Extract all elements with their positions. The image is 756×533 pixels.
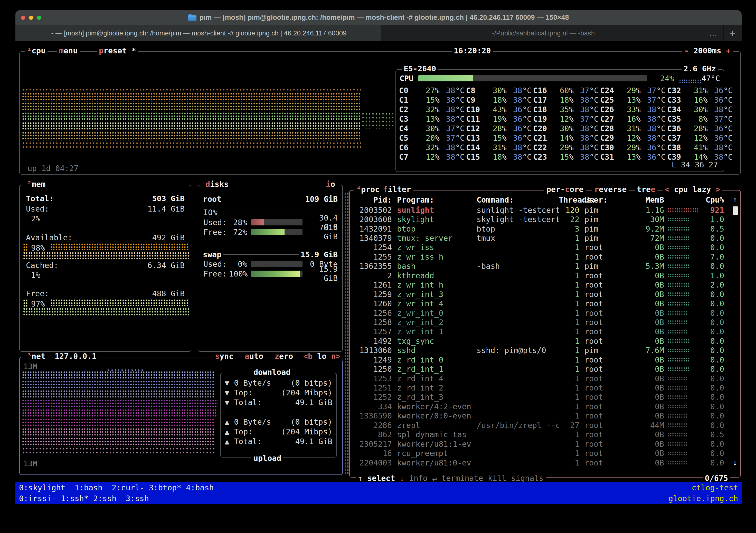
zoom-button[interactable] (37, 16, 41, 20)
net-interface[interactable]: 127.0.0.1 (53, 352, 98, 361)
disks-box-title[interactable]: disks (203, 180, 230, 189)
tree-button[interactable]: tree (635, 185, 658, 194)
core-temp: 37 (641, 86, 656, 95)
col-command[interactable]: Command: (476, 195, 559, 204)
sort-selector[interactable]: < cpu lazy > (662, 185, 722, 194)
core-cell: C2912%38°C (600, 134, 665, 143)
process-row[interactable]: 1253z_rd_int_41root0B0.0 (353, 374, 730, 383)
io-panel-border (345, 193, 346, 474)
sort-prev-icon[interactable]: < (664, 185, 669, 194)
col-mem[interactable]: MemB (633, 195, 664, 204)
process-row[interactable]: 1340379tmux: servertmux1pim72M0.0 (353, 233, 730, 243)
process-pid: 862 (353, 430, 392, 439)
new-tab-button[interactable]: + (723, 25, 742, 41)
select-button[interactable]: select (367, 474, 395, 483)
process-pid: 2003608 (353, 215, 392, 224)
scroll-down-icon[interactable]: ↓ (733, 458, 737, 467)
process-row[interactable]: 2003502sunlightsunlight -testcert120pim1… (353, 205, 730, 215)
proc-column-headers: Pid: Program: Command: Threads: User: Me… (353, 195, 730, 204)
process-name: kworker/4:2-even (397, 402, 476, 411)
process-row[interactable]: 862spl_dynamic_tas1root0B0.5 (353, 430, 730, 439)
tab-overflow-icon[interactable]: ... (704, 29, 723, 38)
process-row[interactable]: 16rcu_preempt1root0B0.0 (353, 448, 730, 458)
menu-button[interactable]: menu (57, 46, 80, 55)
tmux-windows[interactable]: 0:skylight 1:bash 2:curl- 3:btop* 4:bash (19, 483, 214, 492)
per-core-button[interactable]: per-core (544, 185, 586, 194)
process-row[interactable]: 1362355bash-bash1pim5.3M0.0 (353, 262, 730, 271)
kill-button[interactable]: kill (488, 474, 506, 483)
process-mem: 0B (633, 383, 664, 392)
info-button[interactable]: info ↵ (409, 474, 437, 483)
col-program[interactable]: Program: (397, 195, 476, 204)
process-row[interactable]: 1250z_rd_int_11root0B0.0 (353, 364, 730, 374)
process-row[interactable]: 2286zrepl/usr/bin/zrepl --co27root44M0.0 (353, 420, 730, 430)
net-auto-button[interactable]: auto (243, 352, 265, 361)
process-row[interactable]: 1432091btopbtop3pim9.2M0.5 (353, 224, 730, 233)
io-toggle[interactable]: io (324, 180, 337, 189)
tmux-inner-windows[interactable]: 0:irssi- 1:ssh* 2:ssh 3:ssh (19, 494, 149, 503)
process-threads: 1 (559, 392, 579, 402)
process-row[interactable]: 1252z_rd_int_31root0B0.0 (353, 392, 730, 402)
process-row[interactable]: 1251z_rd_int_21root0B0.0 (353, 383, 730, 392)
core-temp: 37 (708, 115, 723, 123)
process-cpu: 0.0 (701, 243, 724, 252)
close-button[interactable] (21, 16, 25, 20)
process-row[interactable]: 1313060sshdsshd: pim@pts/01pim7.6M0.0 (353, 346, 730, 355)
col-cpu[interactable]: Cpu% (701, 195, 724, 204)
process-row[interactable]: 1256z_wr_int_01root0B0.0 (353, 308, 730, 318)
col-user[interactable]: User: (584, 195, 633, 204)
net-zero-button[interactable]: zero (272, 352, 295, 361)
process-user: root (584, 280, 633, 289)
scroll-up-icon[interactable]: ↑ (733, 195, 737, 204)
process-row[interactable]: 2kthreadd1root0B1.0 (353, 271, 730, 280)
process-row[interactable]: 2204003kworker/u81:0-ev1root0B0.0 (353, 458, 730, 467)
tab-mosh-session[interactable]: ~ — [mosh] pim@glootie.ipng.ch: /home/pi… (15, 25, 381, 41)
process-row[interactable]: 334kworker/4:2-even1root0B0.0 (353, 402, 730, 411)
net-sync-button[interactable]: sync (213, 352, 235, 361)
core-cell: C3029%36°C (600, 143, 665, 152)
net-box-title[interactable]: ³net (25, 352, 47, 361)
mem-box-title[interactable]: ²mem (25, 180, 47, 189)
process-row[interactable]: 1336590kworker/0:0-even1root0B0.0 (353, 411, 730, 420)
proc-box-title[interactable]: ⁴proc (354, 185, 382, 194)
scrollbar-thumb[interactable] (733, 206, 738, 215)
interval-plus-button[interactable]: + (726, 46, 731, 55)
process-row[interactable]: 2003608skylightskylight -testcert22pim30… (353, 215, 730, 224)
signals-button[interactable]: signals (511, 474, 543, 483)
process-row[interactable]: 2305217kworker/u81:1-ev1root0B0.0 (353, 439, 730, 448)
process-row[interactable]: 1260z_wr_int_41root0B0.0 (353, 299, 730, 308)
title-bar[interactable]: pim — [mosh] pim@glootie.ipng.ch: /home/… (15, 10, 742, 25)
col-threads[interactable]: Threads: (559, 195, 579, 204)
minimize-button[interactable] (29, 16, 33, 20)
reverse-button[interactable]: reverse (592, 185, 629, 194)
process-pid: 1492 (353, 336, 392, 346)
process-row[interactable]: 1258z_wr_int_21root0B0.0 (353, 318, 730, 327)
core-usage: 32 (415, 105, 435, 114)
net-interface-switcher[interactable]: <b lo n> (301, 352, 342, 361)
process-mem: 72M (633, 234, 664, 243)
core-cell: C2716%38°C (600, 115, 665, 123)
upload-total-row: ▲ Total:49.1 GiB (225, 437, 332, 446)
core-name: C5 (399, 134, 415, 143)
core-cell: C1518%38°C (466, 152, 531, 162)
interval-minus-button[interactable]: - (684, 46, 689, 55)
terminate-button[interactable]: terminate (442, 474, 483, 483)
sort-next-icon[interactable]: > (716, 185, 720, 194)
filter-button[interactable]: filter (381, 185, 413, 194)
process-row[interactable]: 1249z_rd_int_01root0B0.0 (353, 355, 730, 364)
core-name: C7 (399, 152, 415, 162)
tab-bash-session[interactable]: ~/Public/sabbatical.ipng.nl — -bash (381, 25, 704, 41)
core-cell: C918%38°C (466, 95, 531, 104)
process-row[interactable]: 1254z_wr_iss1root0B0.0 (353, 243, 730, 252)
process-row[interactable]: 1257z_wr_int_11root0B0.0 (353, 327, 730, 336)
process-row[interactable]: 1492txg_sync1root0B0.0 (353, 336, 730, 346)
process-row[interactable]: 1259z_wr_int_31root0B0.0 (353, 290, 730, 299)
core-usage: 18 (549, 95, 569, 104)
process-row[interactable]: 1261z_wr_int_h1root0B2.0 (353, 280, 730, 290)
col-pid[interactable]: Pid: (353, 195, 392, 204)
cpu-box-title[interactable]: ¹cpu (25, 46, 47, 55)
net-scale-bottom: 13M (23, 459, 37, 468)
preset-button[interactable]: preset * (97, 46, 138, 55)
process-cpu: 921 (701, 206, 724, 215)
process-row[interactable]: 1255z_wr_iss_h1root0B7.0 (353, 252, 730, 261)
